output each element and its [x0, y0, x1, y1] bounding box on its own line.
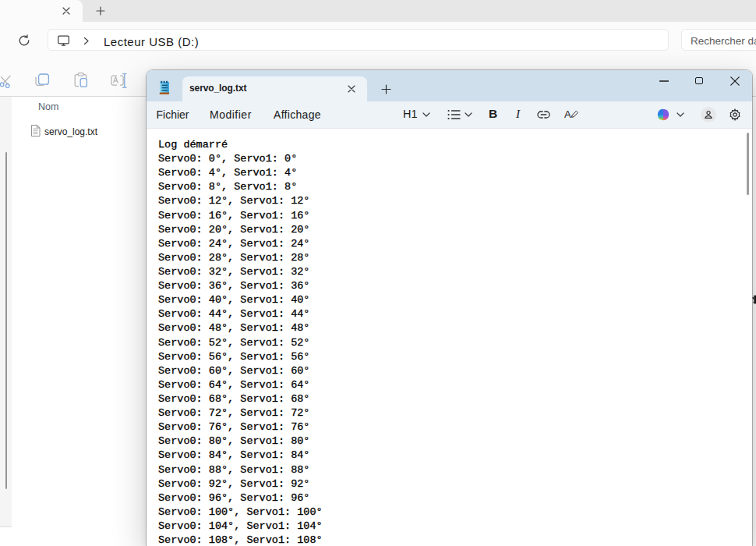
svg-text:A: A: [564, 108, 571, 120]
